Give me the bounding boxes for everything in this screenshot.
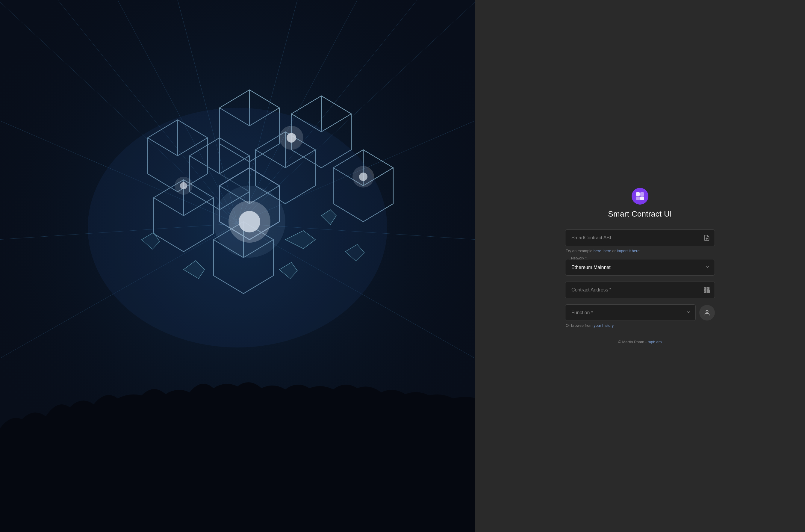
- svg-line-8: [237, 0, 417, 224]
- svg-line-48: [363, 168, 393, 186]
- network-select-group: Network * Ethereum Mainnet Ropsten Rinke…: [565, 259, 715, 276]
- svg-line-19: [219, 156, 249, 174]
- user-icon: [704, 309, 710, 316]
- svg-point-98: [706, 310, 708, 312]
- function-select-wrapper: Function *: [565, 304, 696, 321]
- svg-line-51: [213, 240, 244, 258]
- function-group: Function * Or browse from you: [565, 304, 715, 328]
- svg-marker-16: [190, 138, 249, 210]
- svg-line-6: [237, 0, 298, 224]
- svg-marker-45: [333, 150, 393, 222]
- svg-line-14: [0, 224, 237, 240]
- svg-rect-96: [708, 292, 709, 293]
- browse-history-text: Or browse from your history: [566, 323, 715, 328]
- svg-line-27: [255, 150, 285, 168]
- svg-point-68: [88, 108, 387, 347]
- qr-code-icon: [704, 287, 710, 293]
- svg-marker-53: [285, 231, 315, 249]
- svg-line-43: [148, 138, 178, 156]
- example-link-1[interactable]: here: [594, 249, 601, 253]
- app-title: Smart Contract UI: [608, 209, 672, 219]
- svg-line-9: [237, 0, 475, 224]
- svg-line-28: [285, 150, 315, 168]
- footer-link[interactable]: mph.am: [648, 340, 662, 344]
- svg-marker-55: [184, 261, 205, 279]
- svg-point-59: [239, 211, 260, 232]
- svg-line-20: [219, 174, 249, 192]
- svg-line-12: [237, 224, 475, 359]
- svg-rect-0: [0, 0, 475, 532]
- svg-rect-69: [636, 192, 640, 196]
- svg-line-5: [178, 0, 237, 224]
- network-label: Network *: [569, 256, 589, 260]
- svg-line-32: [321, 114, 351, 132]
- svg-rect-89: [707, 290, 708, 291]
- svg-rect-94: [709, 291, 709, 292]
- svg-line-10: [237, 120, 475, 224]
- contract-address-group: [565, 282, 715, 298]
- svg-line-24: [249, 108, 280, 126]
- abi-input[interactable]: [565, 229, 715, 246]
- svg-point-65: [175, 177, 193, 195]
- svg-line-47: [333, 168, 363, 186]
- svg-marker-29: [291, 96, 351, 168]
- svg-line-36: [249, 186, 280, 204]
- svg-line-39: [154, 198, 184, 216]
- svg-rect-90: [708, 290, 709, 291]
- svg-marker-56: [280, 262, 298, 279]
- svg-point-67: [352, 166, 374, 188]
- svg-line-23: [219, 108, 249, 126]
- abi-input-group: Try an example here, here or import it h…: [565, 229, 715, 253]
- svg-line-40: [184, 198, 213, 216]
- svg-line-4: [118, 0, 237, 224]
- svg-point-60: [229, 201, 270, 243]
- network-select[interactable]: Ethereum Mainnet Ropsten Rinkeby Goerli …: [565, 259, 715, 276]
- history-link[interactable]: your history: [594, 323, 614, 328]
- svg-rect-92: [707, 291, 708, 292]
- svg-marker-37: [154, 180, 213, 252]
- svg-point-64: [180, 182, 187, 189]
- svg-marker-49: [213, 222, 273, 293]
- svg-line-31: [291, 114, 321, 132]
- svg-marker-41: [148, 120, 208, 192]
- svg-rect-95: [707, 292, 708, 293]
- svg-rect-79: [705, 291, 706, 292]
- svg-marker-25: [255, 132, 315, 204]
- contract-address-input[interactable]: [565, 282, 715, 298]
- svg-marker-57: [345, 244, 364, 261]
- user-account-button[interactable]: [699, 305, 715, 321]
- svg-point-63: [280, 126, 303, 150]
- footer: © Martin Pham - mph.am: [618, 340, 662, 344]
- right-panel: Smart Contract UI Try an example here, h…: [475, 0, 805, 532]
- form-container: Try an example here, here or import it h…: [565, 229, 715, 328]
- svg-line-7: [237, 0, 357, 224]
- svg-marker-21: [219, 90, 280, 162]
- svg-rect-77: [705, 288, 706, 289]
- example-link-2[interactable]: here: [603, 249, 611, 253]
- app-header: Smart Contract UI: [608, 188, 672, 219]
- svg-rect-71: [636, 196, 640, 200]
- svg-line-15: [0, 224, 237, 359]
- svg-line-18: [190, 156, 219, 174]
- svg-line-44: [178, 138, 208, 156]
- svg-rect-78: [708, 288, 709, 289]
- app-logo: [632, 188, 648, 205]
- svg-line-35: [219, 186, 249, 204]
- svg-line-11: [237, 224, 475, 240]
- svg-rect-72: [640, 196, 644, 200]
- svg-marker-58: [142, 232, 160, 249]
- svg-line-13: [0, 120, 237, 224]
- svg-point-61: [213, 186, 285, 258]
- svg-rect-70: [640, 192, 644, 196]
- svg-point-62: [287, 133, 296, 142]
- abi-helper-text: Try an example here, here or import it h…: [566, 249, 715, 253]
- import-link[interactable]: import it here: [617, 249, 640, 253]
- svg-rect-91: [709, 290, 709, 291]
- function-select[interactable]: Function *: [565, 304, 696, 321]
- svg-point-66: [359, 173, 367, 181]
- svg-line-2: [0, 0, 237, 224]
- svg-line-3: [58, 0, 237, 224]
- upload-icon: [704, 234, 710, 241]
- background-panel: [0, 0, 475, 532]
- svg-marker-54: [321, 210, 336, 225]
